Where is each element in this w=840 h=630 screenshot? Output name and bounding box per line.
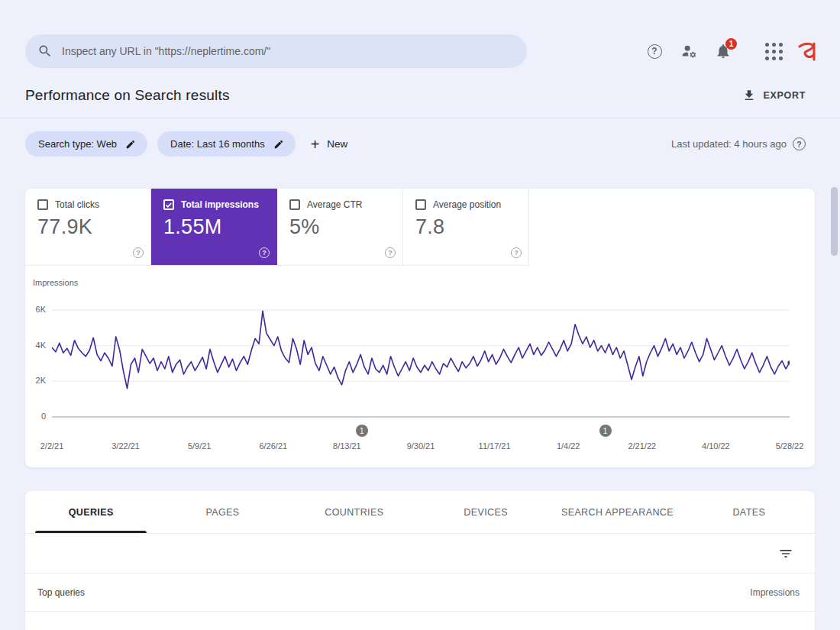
- table-header-impressions[interactable]: Impressions: [750, 587, 800, 598]
- metric-help-icon[interactable]: ?: [385, 247, 396, 258]
- y-tick-label: 0: [41, 412, 46, 421]
- brand-logo-icon: [796, 40, 819, 62]
- search-type-chip-label: Search type: Web: [38, 138, 117, 150]
- search-icon: [37, 44, 53, 59]
- url-inspect-searchbar[interactable]: [25, 34, 527, 68]
- topbar: ? 1: [0, 0, 840, 68]
- new-filter-label: New: [327, 138, 347, 150]
- timeline-annotation-badge[interactable]: 1: [599, 425, 612, 437]
- x-tick-label: 5/9/21: [188, 441, 212, 451]
- notifications-button[interactable]: 1: [708, 36, 738, 66]
- tab-search-appearance[interactable]: SEARCH APPEARANCE: [551, 491, 683, 533]
- pencil-icon: [125, 139, 136, 150]
- metric-label: Total clicks: [55, 199, 99, 210]
- metric-card-total-clicks[interactable]: Total clicks 77.9K ?: [25, 189, 151, 265]
- apps-grid-icon: [765, 43, 783, 60]
- x-tick-label: 4/10/22: [702, 441, 730, 451]
- metric-value: 7.8: [415, 215, 519, 239]
- search-type-chip[interactable]: Search type: Web: [25, 131, 147, 157]
- table-header-top-queries: Top queries: [37, 587, 85, 598]
- tab-queries[interactable]: QUERIES: [25, 491, 157, 533]
- table-filter-row: [25, 534, 815, 573]
- table-header-row: Top queries Impressions: [25, 573, 815, 612]
- chart-plot: [52, 293, 790, 423]
- topbar-actions: ? 1: [635, 36, 823, 66]
- table-filter-button[interactable]: [772, 540, 800, 567]
- url-inspect-input[interactable]: [62, 45, 515, 57]
- brand-logo[interactable]: [793, 36, 823, 66]
- checkbox-total-clicks[interactable]: [37, 199, 48, 210]
- tab-dates[interactable]: DATES: [683, 491, 815, 533]
- y-tick-label: 6K: [36, 305, 46, 314]
- page-header: Performance on Search results EXPORT: [0, 68, 840, 118]
- filter-bar: Search type: Web Date: Last 16 months + …: [0, 118, 840, 157]
- performance-chart-card: Total clicks 77.9K ? Total impressions 1…: [25, 189, 815, 467]
- metric-tiles: Total clicks 77.9K ? Total impressions 1…: [25, 189, 529, 266]
- metric-label: Average position: [433, 199, 501, 210]
- x-tick-label: 2/21/22: [628, 441, 656, 451]
- date-range-chip[interactable]: Date: Last 16 months: [157, 131, 296, 157]
- help-icon: ?: [648, 44, 662, 59]
- new-filter-button[interactable]: + New: [311, 137, 348, 152]
- checkbox-average-ctr[interactable]: [289, 199, 300, 210]
- notification-badge: 1: [725, 38, 737, 50]
- metric-label: Total impressions: [181, 199, 259, 210]
- last-updated-text: Last updated: 4 hours ago: [671, 138, 787, 150]
- x-tick-label: 2/2/21: [40, 441, 64, 451]
- chart-y-axis: 6K4K2K0: [25, 293, 52, 423]
- metric-value: 77.9K: [37, 215, 141, 239]
- metric-value: 1.55M: [163, 215, 267, 239]
- metric-card-average-ctr[interactable]: Average CTR 5% ?: [277, 189, 403, 265]
- plus-icon: +: [311, 137, 320, 152]
- tab-countries[interactable]: COUNTRIES: [289, 491, 420, 533]
- x-tick-label: 5/28/22: [776, 441, 804, 451]
- chart-series-label: Impressions: [33, 278, 790, 287]
- dimension-tabs: QUERIES PAGES COUNTRIES DEVICES SEARCH A…: [25, 491, 815, 534]
- metric-label: Average CTR: [307, 199, 362, 210]
- metric-help-icon[interactable]: ?: [259, 247, 270, 258]
- apps-grid-button[interactable]: [758, 36, 789, 66]
- dimensions-table-card: QUERIES PAGES COUNTRIES DEVICES SEARCH A…: [25, 491, 815, 630]
- page-scrollbar-thumb[interactable]: [831, 187, 838, 256]
- last-updated-help-icon[interactable]: ?: [793, 137, 806, 150]
- x-tick-label: 9/30/21: [407, 441, 435, 451]
- x-tick-label: 3/22/21: [111, 441, 140, 451]
- y-tick-label: 2K: [36, 376, 46, 385]
- manage-accounts-icon: [680, 43, 697, 60]
- x-tick-label: 8/13/21: [333, 441, 361, 451]
- timeline-annotation-badge[interactable]: 1: [356, 425, 368, 437]
- metric-card-total-impressions[interactable]: Total impressions 1.55M ?: [151, 189, 277, 265]
- tab-pages[interactable]: PAGES: [157, 491, 288, 533]
- checkbox-total-impressions[interactable]: [163, 199, 174, 210]
- metric-value: 5%: [289, 215, 393, 239]
- last-updated: Last updated: 4 hours ago ?: [671, 137, 806, 150]
- chart-x-axis: 2/2/213/22/215/9/216/26/218/13/219/30/21…: [52, 423, 790, 457]
- check-icon: [165, 201, 173, 209]
- y-tick-label: 4K: [36, 341, 46, 350]
- x-tick-label: 1/4/22: [557, 441, 580, 451]
- account-settings-button[interactable]: [674, 36, 704, 66]
- impressions-chart: Impressions 6K4K2K0 2/2/213/22/215/9/216…: [25, 278, 815, 467]
- pencil-icon: [273, 139, 284, 150]
- x-tick-label: 6/26/21: [259, 441, 287, 451]
- export-button[interactable]: EXPORT: [742, 89, 806, 102]
- date-range-chip-label: Date: Last 16 months: [170, 138, 265, 150]
- export-label: EXPORT: [763, 90, 806, 101]
- metric-help-icon[interactable]: ?: [511, 247, 522, 258]
- chart-line-svg: [52, 293, 790, 423]
- filter-icon: [778, 546, 793, 561]
- download-icon: [742, 89, 756, 102]
- metric-card-average-position[interactable]: Average position 7.8 ?: [403, 189, 529, 265]
- page-title: Performance on Search results: [25, 87, 230, 104]
- metric-help-icon[interactable]: ?: [133, 247, 144, 258]
- checkbox-average-position[interactable]: [415, 199, 426, 210]
- x-tick-label: 11/17/21: [479, 441, 511, 451]
- help-button[interactable]: ?: [639, 36, 670, 66]
- tab-devices[interactable]: DEVICES: [420, 491, 551, 533]
